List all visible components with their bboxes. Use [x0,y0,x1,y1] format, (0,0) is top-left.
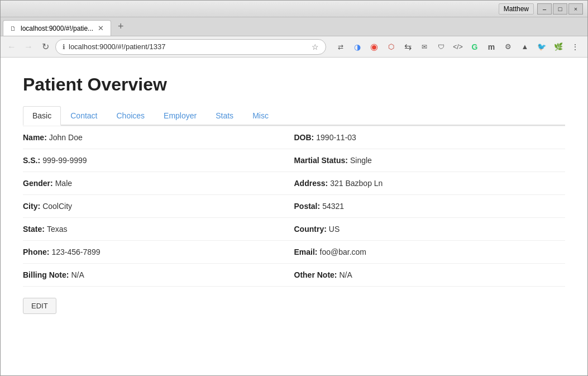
extension-icon-1[interactable]: ⇄ [333,39,348,55]
field-value: 1990-11-03 [316,133,356,142]
title-bar: Matthew – □ × [1,1,587,17]
field-value: John Doe [49,133,83,142]
data-col-right: Martial Status:Single [294,156,566,165]
window-controls: – □ × [537,3,583,15]
tab-choices[interactable]: Choices [107,106,154,126]
data-col-right: Country:US [294,225,566,234]
extension-icon-5[interactable]: ⇆ [400,39,415,55]
address-bar[interactable]: ℹ localhost:9000/#!/patient/1337 ☆ [55,39,326,55]
field-label: S.S.: [23,156,40,165]
extension-icon-11[interactable]: ⚙ [500,39,516,55]
table-row: Gender:MaleAddress:321 Bazbop Ln [23,172,565,195]
data-col-left: Billing Note:N/A [23,270,294,279]
tab-label: localhost:9000/#!/patie... [21,25,93,32]
field-label: Billing Note: [23,270,69,279]
extension-icon-13[interactable]: 🐦 [534,39,549,55]
tab-page-icon: 🗋 [10,25,16,32]
tab-basic[interactable]: Basic [23,106,61,126]
browser-window: Matthew – □ × 🗋 localhost:9000/#!/patie.… [0,0,588,376]
new-tab-button[interactable]: + [113,18,128,35]
data-col-right: Address:321 Bazbop Ln [294,179,566,188]
tabs-navigation: Basic Contact Choices Employer Stats Mis… [23,106,565,126]
edit-button[interactable]: EDIT [23,298,56,314]
data-col-left: Name:John Doe [23,133,294,142]
field-label: City: [23,202,40,211]
field-label: State: [23,225,45,234]
tab-employer[interactable]: Employer [154,106,206,126]
data-section: Name:John DoeDOB:1990-11-03S.S.:999-99-9… [23,126,565,287]
tab-misc[interactable]: Misc [243,106,278,126]
maximize-button[interactable]: □ [553,3,567,15]
page-title: Patient Overview [23,74,565,95]
page-content: Patient Overview Basic Contact Choices E… [1,58,587,375]
field-label: Postal: [294,202,321,211]
field-value: 999-99-9999 [42,156,87,165]
browser-tab-bar: 🗋 localhost:9000/#!/patie... ✕ + [1,17,587,36]
extension-icon-7[interactable]: 🛡 [433,39,449,55]
field-value: 54321 [322,202,344,211]
forward-button[interactable]: → [22,40,35,54]
extension-icon-9[interactable]: G [467,39,482,55]
reload-button[interactable]: ↻ [39,40,52,54]
data-col-right: Email:foo@bar.com [294,248,566,256]
field-label: Country: [294,225,327,234]
browser-tab[interactable]: 🗋 localhost:9000/#!/patie... ✕ [3,20,111,36]
table-row: Phone:123-456-7899Email:foo@bar.com [23,241,565,264]
field-value: CoolCity [42,202,72,211]
field-value: Single [350,156,372,165]
tab-close-button[interactable]: ✕ [98,24,104,32]
data-col-right: Other Note:N/A [294,270,566,279]
field-value: N/A [71,270,84,279]
field-value: N/A [340,270,352,279]
field-value: 321 Bazbop Ln [330,179,383,188]
extension-icon-6[interactable]: ✉ [417,39,432,55]
lock-icon: ℹ [63,43,65,51]
table-row: City:CoolCityPostal:54321 [23,195,565,218]
tab-stats[interactable]: Stats [206,106,243,126]
table-row: State:TexasCountry:US [23,218,565,241]
field-label: Other Note: [294,270,337,279]
extension-icon-2[interactable]: ◑ [350,39,365,55]
data-col-left: Gender:Male [23,179,294,188]
table-row: Name:John DoeDOB:1990-11-03 [23,126,565,149]
extension-icon-4[interactable]: ⬡ [383,39,399,55]
field-value: foo@bar.com [320,248,366,256]
data-col-right: Postal:54321 [294,202,566,211]
close-button[interactable]: × [568,3,583,15]
data-col-left: State:Texas [23,225,294,234]
table-row: Billing Note:N/AOther Note:N/A [23,264,565,287]
extension-icon-3[interactable]: ◉ [366,39,382,55]
url-text: localhost:9000/#!/patient/1337 [69,42,308,51]
extension-icon-8[interactable]: </> [450,39,466,55]
field-label: DOB: [294,133,314,142]
address-bar-row: ← → ↻ ℹ localhost:9000/#!/patient/1337 ☆… [1,36,587,58]
data-col-right: DOB:1990-11-03 [294,133,566,142]
field-label: Gender: [23,179,53,188]
field-label: Phone: [23,248,49,256]
bookmark-icon[interactable]: ☆ [312,42,319,51]
data-col-left: S.S.:999-99-9999 [23,156,294,165]
field-value: 123-456-7899 [51,248,100,256]
field-label: Name: [23,133,47,142]
extension-icon-14[interactable]: 🌿 [551,39,566,55]
field-value: Male [55,179,72,188]
data-col-left: Phone:123-456-7899 [23,248,294,256]
tab-contact[interactable]: Contact [61,106,107,126]
toolbar-icons: ⇄ ◑ ◉ ⬡ ⇆ ✉ 🛡 </> G m ⚙ ▲ 🐦 🌿 ⋮ [333,39,583,55]
user-badge: Matthew [499,3,534,15]
field-label: Email: [294,248,318,256]
field-label: Address: [294,179,328,188]
minimize-button[interactable]: – [537,3,552,15]
extension-icon-12[interactable]: ▲ [517,39,533,55]
field-value: Texas [47,225,68,234]
back-button[interactable]: ← [5,40,18,54]
field-value: US [329,225,340,234]
data-col-left: City:CoolCity [23,202,294,211]
table-row: S.S.:999-99-9999Martial Status:Single [23,149,565,172]
field-label: Martial Status: [294,156,348,165]
extension-icon-10[interactable]: m [484,39,499,55]
menu-button[interactable]: ⋮ [567,39,583,55]
